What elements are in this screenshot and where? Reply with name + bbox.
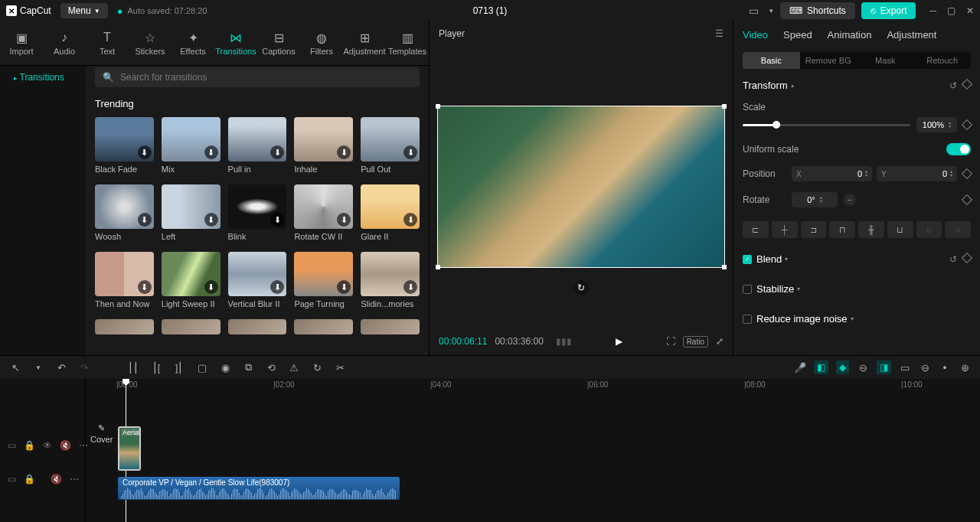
warning-tool[interactable]: ⚠ bbox=[288, 362, 300, 374]
blend-header[interactable]: Blend ▾ bbox=[756, 253, 788, 265]
layout-icon[interactable]: ▭ bbox=[749, 5, 759, 17]
align-bottom-button[interactable]: ⊔ bbox=[887, 221, 913, 238]
fullscreen-icon[interactable]: ⤢ bbox=[716, 336, 724, 347]
nav-tab-text[interactable]: TText bbox=[86, 21, 129, 65]
noise-header[interactable]: Reduce image noise ▾ bbox=[756, 313, 854, 325]
transition-item[interactable]: ⬇Page Turning bbox=[294, 252, 353, 308]
scan-icon[interactable]: ⛶ bbox=[666, 336, 675, 347]
align-vcenter-button[interactable]: ╫ bbox=[858, 221, 884, 238]
chevron-down-icon[interactable]: ▼ bbox=[768, 8, 774, 15]
transition-item[interactable]: ⬇Woosh bbox=[95, 184, 154, 241]
chevron-down-icon[interactable]: ▼ bbox=[32, 364, 44, 371]
mute-icon[interactable]: 🔇 bbox=[60, 440, 71, 451]
more-icon[interactable]: ⋯ bbox=[70, 474, 79, 484]
transition-item[interactable]: ⬇Vertical Blur II bbox=[228, 252, 287, 308]
magnet-left-button[interactable]: ◧ bbox=[814, 361, 828, 374]
download-icon[interactable]: ⬇ bbox=[138, 145, 152, 159]
nav-tab-transitions[interactable]: ⋈Transitions bbox=[214, 21, 257, 65]
track-toggle-icon[interactable]: ▭ bbox=[8, 474, 16, 484]
rotate-input[interactable]: 0°▴▾ bbox=[792, 192, 838, 207]
play-button[interactable]: ▶ bbox=[610, 333, 627, 350]
download-icon[interactable]: ⬇ bbox=[403, 145, 417, 159]
stabilize-checkbox[interactable] bbox=[743, 285, 752, 294]
trim-right-tool[interactable]: ]⎮ bbox=[173, 362, 185, 374]
download-icon[interactable]: ⬇ bbox=[138, 213, 152, 227]
download-icon[interactable]: ⬇ bbox=[270, 145, 284, 159]
download-icon[interactable]: ⬇ bbox=[337, 145, 351, 159]
video-clip[interactable]: Aerial bbox=[118, 426, 141, 471]
nav-tab-templates[interactable]: ▥Templates bbox=[386, 21, 429, 65]
reset-icon[interactable]: ↺ bbox=[949, 254, 957, 265]
transition-item[interactable]: ⬇Mix bbox=[162, 117, 220, 174]
preview-icon[interactable]: ▭ bbox=[899, 362, 911, 374]
close-button[interactable]: ✕ bbox=[966, 5, 974, 16]
transition-item[interactable] bbox=[95, 319, 154, 334]
player-viewport[interactable]: ↻ bbox=[430, 46, 733, 328]
keyframe-icon[interactable] bbox=[962, 119, 972, 130]
ratio-button[interactable]: Ratio bbox=[683, 336, 708, 347]
trim-left-tool[interactable]: ⎮[ bbox=[150, 362, 162, 374]
noise-checkbox[interactable] bbox=[743, 315, 752, 324]
link-icon[interactable]: ⊖ bbox=[857, 362, 869, 374]
stabilize-header[interactable]: Stabilize ▾ bbox=[756, 283, 800, 295]
download-icon[interactable]: ⬇ bbox=[138, 280, 152, 294]
transition-item[interactable] bbox=[162, 319, 220, 334]
download-icon[interactable]: ⬇ bbox=[270, 213, 284, 227]
marker-tool[interactable]: ◉ bbox=[219, 362, 231, 374]
nav-tab-filters[interactable]: ◍Filters bbox=[300, 21, 343, 65]
redo-button[interactable]: ↷ bbox=[78, 362, 90, 374]
cover-button[interactable]: ✎ Cover bbox=[90, 423, 113, 444]
nav-tab-captions[interactable]: ⊟Captions bbox=[257, 21, 300, 65]
align-left-button[interactable]: ⊏ bbox=[743, 221, 769, 238]
eye-icon[interactable]: 👁 bbox=[43, 440, 52, 451]
nav-tab-import[interactable]: ▣Import bbox=[0, 21, 43, 65]
lock-icon[interactable]: 🔒 bbox=[24, 474, 35, 484]
search-input[interactable]: 🔍 Search for transitions bbox=[95, 67, 420, 87]
download-icon[interactable]: ⬇ bbox=[403, 213, 417, 227]
transform-header[interactable]: Transform ▴ bbox=[743, 80, 794, 91]
reset-icon[interactable]: ↺ bbox=[949, 80, 957, 91]
uniform-scale-toggle[interactable] bbox=[946, 143, 971, 155]
transition-item[interactable]: ⬇Light Sweep II bbox=[162, 252, 220, 308]
transition-item[interactable]: ⬇Glare II bbox=[361, 184, 420, 241]
crop-tool[interactable]: ▢ bbox=[196, 362, 208, 374]
subtab-basic[interactable]: Basic bbox=[743, 52, 800, 69]
transition-item[interactable]: ⬇Slidin...mories bbox=[361, 252, 420, 308]
download-icon[interactable]: ⬇ bbox=[204, 145, 218, 159]
transition-item[interactable]: ⬇Inhale bbox=[294, 117, 353, 174]
download-icon[interactable]: ⬇ bbox=[270, 280, 284, 294]
transition-item[interactable]: ⬇Black Fade bbox=[95, 117, 154, 174]
position-y-input[interactable]: Y0▴▾ bbox=[877, 166, 957, 181]
reverse-tool[interactable]: ⟲ bbox=[265, 362, 277, 374]
split-tool[interactable]: ⎮⎮ bbox=[127, 362, 139, 374]
align-hcenter-button[interactable]: ┼ bbox=[772, 221, 798, 238]
keyframe-icon[interactable] bbox=[962, 168, 972, 179]
transition-item[interactable]: ⬇Blink bbox=[228, 184, 287, 241]
nav-tab-stickers[interactable]: ☆Stickers bbox=[129, 21, 172, 65]
transition-item[interactable]: ⬇Then and Now bbox=[95, 252, 154, 308]
nav-tab-adjustment[interactable]: ⊞Adjustment bbox=[343, 21, 386, 65]
tab-animation[interactable]: Animation bbox=[828, 29, 872, 41]
download-icon[interactable]: ⬇ bbox=[403, 280, 417, 294]
undo-button[interactable]: ↶ bbox=[55, 362, 67, 374]
crop2-tool[interactable]: ✂ bbox=[334, 362, 346, 374]
mute-icon[interactable]: 🔇 bbox=[51, 474, 62, 484]
mic-icon[interactable]: 🎤 bbox=[794, 362, 806, 374]
magnet-right-button[interactable]: ◨ bbox=[877, 361, 891, 374]
transition-item[interactable] bbox=[361, 319, 420, 334]
transition-item[interactable]: ⬇Pull Out bbox=[361, 117, 420, 174]
keyframe-icon[interactable] bbox=[962, 194, 972, 205]
menu-button[interactable]: Menu ▼ bbox=[60, 3, 108, 18]
maximize-button[interactable]: ▢ bbox=[947, 5, 956, 16]
audio-clip[interactable]: Corporate VP / Vegan / Gentle Slow Life(… bbox=[118, 477, 400, 500]
download-icon[interactable]: ⬇ bbox=[204, 280, 218, 294]
refresh-tool[interactable]: ↻ bbox=[311, 362, 323, 374]
scale-value[interactable]: 100% ▴▾ bbox=[916, 117, 957, 132]
align-right-button[interactable]: ⊐ bbox=[801, 221, 827, 238]
transition-item[interactable]: ⬇Rotate CW II bbox=[294, 184, 353, 241]
magnet-center-button[interactable]: ◆ bbox=[836, 361, 849, 374]
tab-adjustment[interactable]: Adjustment bbox=[887, 29, 936, 41]
minimize-button[interactable]: ─ bbox=[929, 5, 936, 16]
video-frame[interactable] bbox=[437, 106, 725, 268]
keyframe-icon[interactable] bbox=[962, 252, 972, 263]
